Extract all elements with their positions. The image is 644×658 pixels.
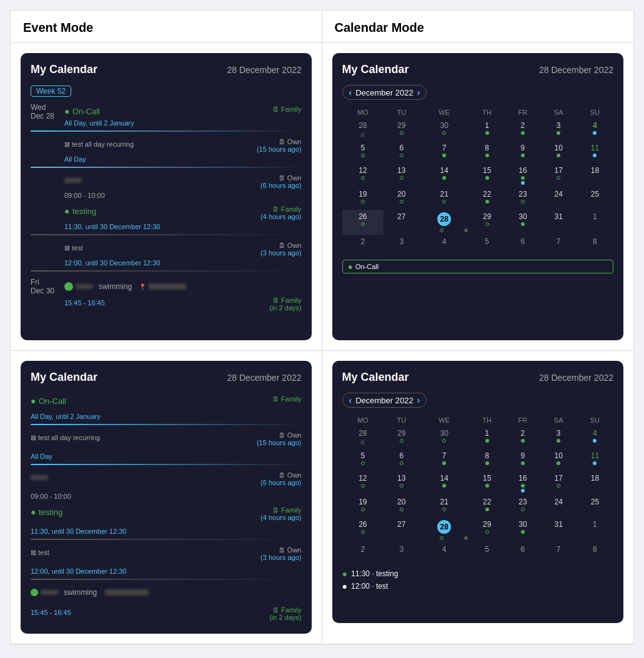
br-day-1[interactable]: 1	[469, 426, 505, 449]
cal-day-9[interactable]: 9	[505, 141, 540, 164]
br-day-2[interactable]: 2	[505, 426, 540, 449]
cal-day-30-dec[interactable]: 30	[505, 210, 540, 235]
cal-day-12[interactable]: 12	[342, 164, 384, 187]
br-day-25[interactable]: 25	[577, 495, 613, 518]
cal-day-29[interactable]: 29	[384, 119, 419, 141]
cal-day-7-next[interactable]: 7	[541, 235, 577, 257]
br-day-21[interactable]: 21	[419, 495, 469, 518]
br-day-9[interactable]: 9	[505, 449, 540, 471]
br-day-8-next[interactable]: 8	[577, 543, 613, 565]
cal-day-28-today[interactable]: 28	[419, 210, 469, 235]
cal-day-4-next[interactable]: 4	[419, 235, 469, 257]
cal-day-2-next[interactable]: 2	[342, 235, 384, 257]
cal-day-5-next[interactable]: 5	[469, 235, 505, 257]
cal-day-8[interactable]: 8	[469, 141, 505, 164]
cal-day-11[interactable]: 11	[577, 141, 613, 164]
bl-swimming-title: swimming	[64, 588, 97, 597]
cal-day-5[interactable]: 5	[342, 141, 384, 164]
calendar-grid-body-br: 28⊠ 29 30 1 2 3 4 5 6 7 8 9 10	[342, 426, 614, 565]
cal-day-28-prev[interactable]: 28⊠	[342, 119, 384, 141]
br-day-10[interactable]: 10	[541, 449, 577, 471]
cal-day-8-next[interactable]: 8	[577, 235, 613, 257]
cal-day-1-next[interactable]: 1	[577, 210, 613, 235]
cal-day-7[interactable]: 7	[419, 141, 469, 164]
cal-day-30[interactable]: 30	[419, 119, 469, 141]
br-day-4-next[interactable]: 4	[419, 543, 469, 565]
br-day-2-next[interactable]: 2	[342, 543, 384, 565]
cal-day-3[interactable]: 3	[541, 119, 577, 141]
cal-day-24[interactable]: 24	[541, 187, 577, 210]
cal-day-17[interactable]: 17	[541, 164, 577, 187]
calendar-grid-body: 28⊠ 29 30 1 2 3 4 5 6 7 8 9 10	[342, 119, 614, 257]
th-we-br: WE	[419, 414, 469, 426]
cal-day-4[interactable]: 4	[577, 119, 613, 141]
cal-day-20[interactable]: 20	[384, 187, 419, 210]
cal-day-18[interactable]: 18	[577, 164, 613, 187]
blurred-time: 09:00 - 10:00	[64, 192, 302, 199]
cal-day-15[interactable]: 15	[469, 164, 505, 187]
br-day-22[interactable]: 22	[469, 495, 505, 518]
br-day-19[interactable]: 19	[342, 495, 384, 518]
br-day-5[interactable]: 5	[342, 449, 384, 471]
month-nav-br[interactable]: ‹ December 2022 ›	[342, 393, 427, 408]
br-day-26[interactable]: 26	[342, 518, 384, 543]
br-day-6[interactable]: 6	[384, 449, 419, 471]
br-day-28-today[interactable]: 28	[419, 518, 469, 543]
cal-day-2[interactable]: 2	[505, 119, 540, 141]
br-day-14[interactable]: 14	[419, 471, 469, 495]
cal-day-26[interactable]: 26	[342, 210, 384, 235]
br-day-20[interactable]: 20	[384, 495, 419, 518]
swimming-time-left: 15:45 - 16:45	[64, 297, 105, 308]
bl-swimming-left: swimming	[31, 586, 302, 597]
cal-day-29[interactable]: 29	[469, 210, 505, 235]
cal-day-10[interactable]: 10	[541, 141, 577, 164]
br-day7-dot	[442, 461, 446, 465]
br-day-5-next[interactable]: 5	[469, 543, 505, 565]
cal-day-21[interactable]: 21	[419, 187, 469, 210]
br-day-8[interactable]: 8	[469, 449, 505, 471]
br-day-6-next[interactable]: 6	[505, 543, 540, 565]
br-day-4[interactable]: 4	[577, 426, 613, 449]
cal-day-19[interactable]: 19	[342, 187, 384, 210]
br-day-7[interactable]: 7	[419, 449, 469, 471]
br-day-1-next[interactable]: 1	[577, 518, 613, 543]
br-day-7-next[interactable]: 7	[541, 543, 577, 565]
br-day-17[interactable]: 17	[541, 471, 577, 495]
br-day-23[interactable]: 23	[505, 495, 540, 518]
br-day-29[interactable]: 29	[469, 518, 505, 543]
prev-month-arrow[interactable]: ‹	[349, 87, 352, 97]
cal-day-31[interactable]: 31	[541, 210, 577, 235]
br-day-30-dec[interactable]: 30	[505, 518, 540, 543]
br-day-3-next[interactable]: 3	[384, 543, 419, 565]
cal-day-23[interactable]: 23	[505, 187, 540, 210]
today-dot-2	[464, 228, 468, 232]
cal-day-6-next[interactable]: 6	[505, 235, 540, 257]
br-day-24[interactable]: 24	[541, 495, 577, 518]
br-day-18[interactable]: 18	[577, 471, 613, 495]
br-day-16[interactable]: 16	[505, 471, 540, 495]
cal-day-27[interactable]: 27	[384, 210, 419, 235]
prev-month-arrow-br[interactable]: ‹	[349, 395, 352, 405]
cal-day-6[interactable]: 6	[384, 141, 419, 164]
br-day-27[interactable]: 27	[384, 518, 419, 543]
month-nav[interactable]: ‹ December 2022 ›	[342, 85, 427, 100]
br-day-3[interactable]: 3	[541, 426, 577, 449]
br-day2-dot	[521, 439, 525, 443]
next-month-arrow-br[interactable]: ›	[417, 395, 420, 405]
cal-day-16[interactable]: 16	[505, 164, 540, 187]
br-day-28[interactable]: 28⊠	[342, 426, 384, 449]
br-day-15[interactable]: 15	[469, 471, 505, 495]
cal-day-13[interactable]: 13	[384, 164, 419, 187]
br-day-12[interactable]: 12	[342, 471, 384, 495]
cal-day-25[interactable]: 25	[577, 187, 613, 210]
br-day-29[interactable]: 29	[384, 426, 419, 449]
br-day-31[interactable]: 31	[541, 518, 577, 543]
br-day-11[interactable]: 11	[577, 449, 613, 471]
cal-day-14[interactable]: 14	[419, 164, 469, 187]
cal-day-1[interactable]: 1	[469, 119, 505, 141]
next-month-arrow[interactable]: ›	[417, 87, 420, 97]
br-day-30[interactable]: 30	[419, 426, 469, 449]
cal-day-3-next[interactable]: 3	[384, 235, 419, 257]
cal-day-22[interactable]: 22	[469, 187, 505, 210]
br-day-13[interactable]: 13	[384, 471, 419, 495]
